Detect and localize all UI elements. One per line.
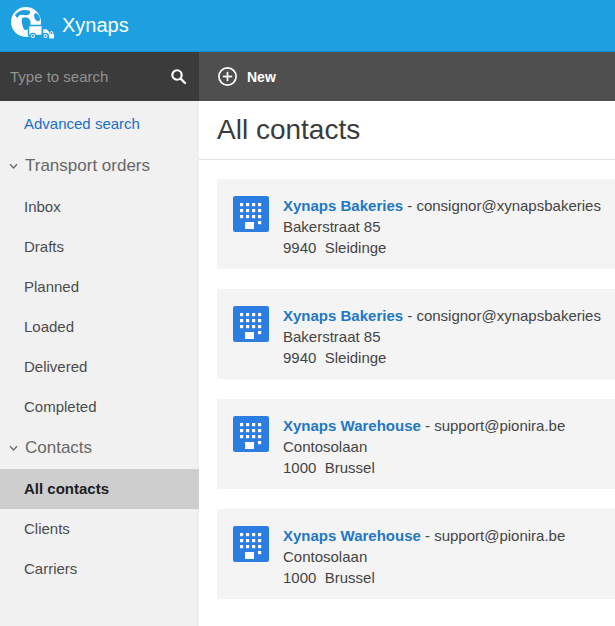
- contact-headline: Xynaps Warehouse - support@pionira.be: [283, 525, 565, 546]
- sidebar-item-clients[interactable]: Clients: [0, 509, 199, 549]
- contact-email: - support@pionira.be: [421, 417, 565, 434]
- contacts-items: All contactsClientsCarriers: [0, 469, 199, 589]
- section-label: Contacts: [25, 438, 92, 458]
- transport-orders-items: InboxDraftsPlannedLoadedDeliveredComplet…: [0, 187, 199, 427]
- contact-list: Xynaps Bakeries - consignor@xynapsbakeri…: [199, 160, 615, 599]
- sidebar-item-completed[interactable]: Completed: [0, 387, 199, 427]
- sidebar-item-inbox[interactable]: Inbox: [0, 187, 199, 227]
- truck-glyph: [29, 25, 55, 38]
- sidebar-item-drafts[interactable]: Drafts: [0, 227, 199, 267]
- main-area: New All contacts: [199, 52, 615, 626]
- building-icon: [233, 416, 269, 452]
- app-window: Xynaps Advanced search Transport orders: [0, 0, 615, 626]
- contact-street: Contosolaan: [283, 546, 565, 567]
- contact-card[interactable]: Xynaps Warehouse - support@pionira.be Co…: [217, 509, 615, 599]
- sidebar-searchbar: [0, 52, 199, 101]
- section-label: Transport orders: [25, 156, 150, 176]
- contact-city: 9940 Sleidinge: [283, 347, 601, 368]
- contact-headline: Xynaps Bakeries - consignor@xynapsbakeri…: [283, 195, 601, 216]
- contact-text: Xynaps Bakeries - consignor@xynapsbakeri…: [283, 195, 601, 258]
- contact-headline: Xynaps Warehouse - support@pionira.be: [283, 415, 565, 436]
- building-icon: [233, 526, 269, 562]
- sidebar-item-all-contacts[interactable]: All contacts: [0, 469, 199, 509]
- sidebar-item-carriers[interactable]: Carriers: [0, 549, 199, 589]
- search-input[interactable]: [10, 68, 170, 85]
- contact-email: - consignor@xynapsbakeries.com: [403, 197, 601, 214]
- contact-email: - support@pionira.be: [421, 527, 565, 544]
- new-button[interactable]: New: [217, 66, 276, 87]
- new-button-label: New: [247, 69, 276, 85]
- section-transport-orders[interactable]: Transport orders: [0, 145, 199, 187]
- contact-name[interactable]: Xynaps Warehouse: [283, 417, 421, 434]
- plus-circle-icon: [217, 66, 238, 87]
- contact-card[interactable]: Xynaps Bakeries - consignor@xynapsbakeri…: [217, 179, 615, 269]
- building-icon: [233, 196, 269, 232]
- sidebar-item-delivered[interactable]: Delivered: [0, 347, 199, 387]
- contact-street: Bakerstraat 85: [283, 216, 601, 237]
- contact-street: Contosolaan: [283, 436, 565, 457]
- contact-text: Xynaps Bakeries - consignor@xynapsbakeri…: [283, 305, 601, 368]
- sidebar-item-planned[interactable]: Planned: [0, 267, 199, 307]
- contact-city: 1000 Brussel: [283, 567, 565, 588]
- chevron-down-icon: [8, 161, 19, 172]
- section-contacts[interactable]: Contacts: [0, 427, 199, 469]
- advanced-search-link[interactable]: Advanced search: [0, 101, 199, 145]
- search-icon[interactable]: [170, 68, 187, 85]
- contact-email: - consignor@xynapsbakeries.com: [403, 307, 601, 324]
- contact-headline: Xynaps Bakeries - consignor@xynapsbakeri…: [283, 305, 601, 326]
- chevron-down-icon: [8, 443, 19, 454]
- contact-text: Xynaps Warehouse - support@pionira.be Co…: [283, 415, 565, 478]
- sidebar-item-loaded[interactable]: Loaded: [0, 307, 199, 347]
- building-icon: [233, 306, 269, 342]
- contact-name[interactable]: Xynaps Warehouse: [283, 527, 421, 544]
- page-title: All contacts: [199, 101, 615, 159]
- app-header: Xynaps: [0, 0, 615, 52]
- action-bar: New: [199, 52, 615, 101]
- contact-card[interactable]: Xynaps Bakeries - consignor@xynapsbakeri…: [217, 289, 615, 379]
- contact-street: Bakerstraat 85: [283, 326, 601, 347]
- contact-name[interactable]: Xynaps Bakeries: [283, 197, 403, 214]
- contact-city: 9940 Sleidinge: [283, 237, 601, 258]
- app-title: Xynaps: [62, 14, 129, 37]
- sidebar: Advanced search Transport orders InboxDr…: [0, 52, 199, 626]
- globe-truck-logo: [9, 5, 55, 47]
- page-title-row: All contacts: [199, 101, 615, 160]
- contact-text: Xynaps Warehouse - support@pionira.be Co…: [283, 525, 565, 588]
- contact-name[interactable]: Xynaps Bakeries: [283, 307, 403, 324]
- contact-card[interactable]: Xynaps Warehouse - support@pionira.be Co…: [217, 399, 615, 489]
- contact-city: 1000 Brussel: [283, 457, 565, 478]
